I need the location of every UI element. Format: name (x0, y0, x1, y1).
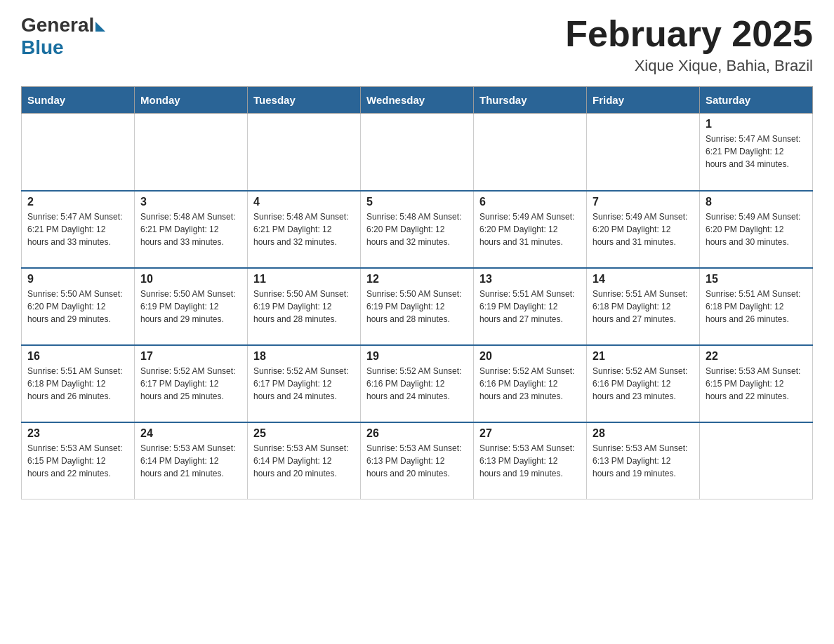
day-info: Sunrise: 5:49 AM Sunset: 6:20 PM Dayligh… (706, 210, 807, 248)
logo: General Blue (21, 14, 105, 59)
day-info: Sunrise: 5:47 AM Sunset: 6:21 PM Dayligh… (27, 210, 128, 248)
day-number: 24 (140, 427, 241, 440)
calendar-cell: 26Sunrise: 5:53 AM Sunset: 6:13 PM Dayli… (361, 422, 474, 499)
calendar-cell: 2Sunrise: 5:47 AM Sunset: 6:21 PM Daylig… (22, 191, 135, 268)
day-info: Sunrise: 5:52 AM Sunset: 6:16 PM Dayligh… (366, 365, 468, 403)
calendar-cell: 16Sunrise: 5:51 AM Sunset: 6:18 PM Dayli… (22, 345, 135, 422)
calendar-cell: 17Sunrise: 5:52 AM Sunset: 6:17 PM Dayli… (135, 345, 248, 422)
calendar-cell: 20Sunrise: 5:52 AM Sunset: 6:16 PM Dayli… (474, 345, 587, 422)
day-number: 27 (479, 427, 581, 440)
day-number: 17 (140, 350, 241, 363)
day-info: Sunrise: 5:50 AM Sunset: 6:19 PM Dayligh… (140, 288, 241, 326)
calendar-cell (22, 114, 135, 191)
day-number: 22 (706, 350, 807, 363)
calendar-cell: 25Sunrise: 5:53 AM Sunset: 6:14 PM Dayli… (248, 422, 361, 499)
day-info: Sunrise: 5:48 AM Sunset: 6:20 PM Dayligh… (366, 210, 468, 248)
calendar-week-row: 23Sunrise: 5:53 AM Sunset: 6:15 PM Dayli… (22, 422, 813, 499)
day-info: Sunrise: 5:52 AM Sunset: 6:17 PM Dayligh… (253, 365, 355, 403)
calendar-cell: 22Sunrise: 5:53 AM Sunset: 6:15 PM Dayli… (700, 345, 813, 422)
calendar-cell: 21Sunrise: 5:52 AM Sunset: 6:16 PM Dayli… (587, 345, 700, 422)
calendar-cell: 14Sunrise: 5:51 AM Sunset: 6:18 PM Dayli… (587, 268, 700, 345)
day-number: 1 (706, 118, 807, 130)
day-info: Sunrise: 5:53 AM Sunset: 6:15 PM Dayligh… (706, 365, 807, 403)
day-number: 18 (253, 350, 355, 363)
calendar-cell: 5Sunrise: 5:48 AM Sunset: 6:20 PM Daylig… (361, 191, 474, 268)
calendar-cell: 10Sunrise: 5:50 AM Sunset: 6:19 PM Dayli… (135, 268, 248, 345)
calendar-cell: 1Sunrise: 5:47 AM Sunset: 6:21 PM Daylig… (700, 114, 813, 191)
day-info: Sunrise: 5:49 AM Sunset: 6:20 PM Dayligh… (593, 210, 694, 248)
calendar-cell (587, 114, 700, 191)
calendar-cell (361, 114, 474, 191)
day-info: Sunrise: 5:53 AM Sunset: 6:13 PM Dayligh… (479, 442, 581, 480)
day-number: 10 (140, 273, 241, 286)
day-info: Sunrise: 5:53 AM Sunset: 6:14 PM Dayligh… (253, 442, 355, 480)
calendar-cell: 9Sunrise: 5:50 AM Sunset: 6:20 PM Daylig… (22, 268, 135, 345)
day-number: 11 (253, 273, 355, 286)
day-info: Sunrise: 5:50 AM Sunset: 6:19 PM Dayligh… (366, 288, 468, 326)
calendar-cell: 12Sunrise: 5:50 AM Sunset: 6:19 PM Dayli… (361, 268, 474, 345)
day-of-week-header: Tuesday (248, 87, 361, 114)
calendar-cell (135, 114, 248, 191)
calendar-cell: 8Sunrise: 5:49 AM Sunset: 6:20 PM Daylig… (700, 191, 813, 268)
day-of-week-header: Wednesday (361, 87, 474, 114)
day-number: 4 (253, 196, 355, 208)
day-of-week-header: Monday (135, 87, 248, 114)
day-number: 7 (593, 196, 694, 208)
day-info: Sunrise: 5:52 AM Sunset: 6:16 PM Dayligh… (479, 365, 581, 403)
calendar-table: SundayMondayTuesdayWednesdayThursdayFrid… (21, 86, 813, 499)
logo-general-text: General (21, 14, 94, 36)
day-number: 19 (366, 350, 468, 363)
page-header: General Blue February 2025 Xique Xique, … (21, 14, 813, 75)
logo-arrow-icon (95, 22, 105, 32)
calendar-header-row: SundayMondayTuesdayWednesdayThursdayFrid… (22, 87, 813, 114)
day-number: 5 (366, 196, 468, 208)
calendar-cell: 18Sunrise: 5:52 AM Sunset: 6:17 PM Dayli… (248, 345, 361, 422)
day-info: Sunrise: 5:53 AM Sunset: 6:14 PM Dayligh… (140, 442, 241, 480)
day-of-week-header: Sunday (22, 87, 135, 114)
day-info: Sunrise: 5:51 AM Sunset: 6:19 PM Dayligh… (479, 288, 581, 326)
day-number: 3 (140, 196, 241, 208)
day-number: 26 (366, 427, 468, 440)
calendar-cell: 3Sunrise: 5:48 AM Sunset: 6:21 PM Daylig… (135, 191, 248, 268)
calendar-cell: 4Sunrise: 5:48 AM Sunset: 6:21 PM Daylig… (248, 191, 361, 268)
day-info: Sunrise: 5:49 AM Sunset: 6:20 PM Dayligh… (479, 210, 581, 248)
day-info: Sunrise: 5:48 AM Sunset: 6:21 PM Dayligh… (140, 210, 241, 248)
day-number: 15 (706, 273, 807, 286)
calendar-week-row: 2Sunrise: 5:47 AM Sunset: 6:21 PM Daylig… (22, 191, 813, 268)
calendar-cell: 6Sunrise: 5:49 AM Sunset: 6:20 PM Daylig… (474, 191, 587, 268)
calendar-cell: 11Sunrise: 5:50 AM Sunset: 6:19 PM Dayli… (248, 268, 361, 345)
day-number: 13 (479, 273, 581, 286)
day-number: 14 (593, 273, 694, 286)
day-number: 25 (253, 427, 355, 440)
calendar-cell (248, 114, 361, 191)
calendar-week-row: 9Sunrise: 5:50 AM Sunset: 6:20 PM Daylig… (22, 268, 813, 345)
day-of-week-header: Saturday (700, 87, 813, 114)
location-text: Xique Xique, Bahia, Brazil (565, 57, 813, 75)
month-title: February 2025 (565, 14, 813, 54)
day-of-week-header: Friday (587, 87, 700, 114)
day-of-week-header: Thursday (474, 87, 587, 114)
calendar-cell: 19Sunrise: 5:52 AM Sunset: 6:16 PM Dayli… (361, 345, 474, 422)
day-number: 6 (479, 196, 581, 208)
calendar-cell: 24Sunrise: 5:53 AM Sunset: 6:14 PM Dayli… (135, 422, 248, 499)
day-info: Sunrise: 5:50 AM Sunset: 6:20 PM Dayligh… (27, 288, 128, 326)
calendar-week-row: 16Sunrise: 5:51 AM Sunset: 6:18 PM Dayli… (22, 345, 813, 422)
day-info: Sunrise: 5:53 AM Sunset: 6:15 PM Dayligh… (27, 442, 128, 480)
day-info: Sunrise: 5:51 AM Sunset: 6:18 PM Dayligh… (706, 288, 807, 326)
day-info: Sunrise: 5:51 AM Sunset: 6:18 PM Dayligh… (27, 365, 128, 403)
day-info: Sunrise: 5:47 AM Sunset: 6:21 PM Dayligh… (706, 133, 807, 170)
calendar-cell (700, 422, 813, 499)
day-number: 9 (27, 273, 128, 286)
day-info: Sunrise: 5:53 AM Sunset: 6:13 PM Dayligh… (593, 442, 694, 480)
title-section: February 2025 Xique Xique, Bahia, Brazil (565, 14, 813, 75)
day-number: 20 (479, 350, 581, 363)
day-info: Sunrise: 5:52 AM Sunset: 6:17 PM Dayligh… (140, 365, 241, 403)
day-number: 28 (593, 427, 694, 440)
day-info: Sunrise: 5:53 AM Sunset: 6:13 PM Dayligh… (366, 442, 468, 480)
calendar-cell (474, 114, 587, 191)
day-info: Sunrise: 5:51 AM Sunset: 6:18 PM Dayligh… (593, 288, 694, 326)
calendar-cell: 15Sunrise: 5:51 AM Sunset: 6:18 PM Dayli… (700, 268, 813, 345)
calendar-week-row: 1Sunrise: 5:47 AM Sunset: 6:21 PM Daylig… (22, 114, 813, 191)
day-number: 2 (27, 196, 128, 208)
day-info: Sunrise: 5:50 AM Sunset: 6:19 PM Dayligh… (253, 288, 355, 326)
